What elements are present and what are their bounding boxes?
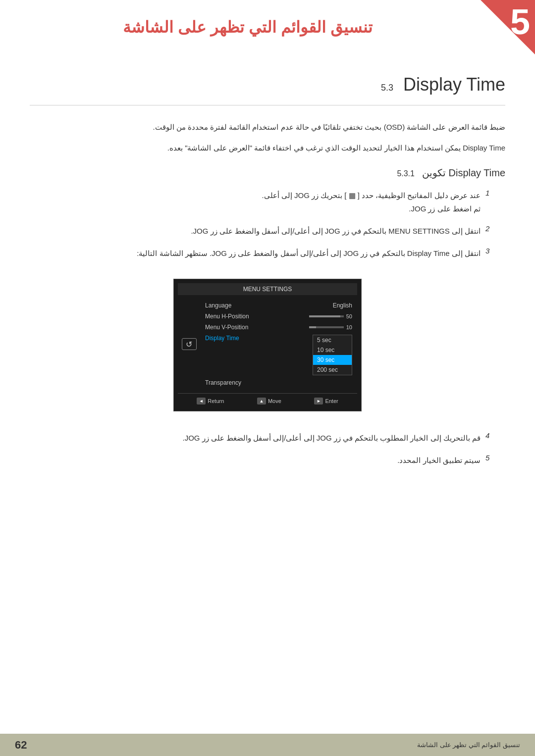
footer-enter: ► Enter bbox=[314, 398, 338, 404]
footer-page-number: 62 bbox=[15, 739, 27, 752]
chapter-number: 5 bbox=[510, 4, 530, 40]
intro-line2: Display Time يمكن استخدام هذا الخيار لتح… bbox=[30, 141, 505, 154]
step-2: 2 انتقل إلى MENU SETTINGS بالتحكم في زر … bbox=[30, 224, 505, 238]
menu-title: MENU SETTINGS bbox=[178, 283, 357, 295]
section-title: Display Time bbox=[403, 74, 505, 95]
step-3: 3 انتقل إلى Display Time بالتحكم في زر J… bbox=[30, 247, 505, 260]
subsection-title: تكوين Display Time bbox=[422, 167, 505, 179]
menu-icon-box: ↺ bbox=[182, 338, 197, 350]
footer-return: ◄ Return bbox=[197, 398, 224, 404]
h-position-slider: 50 bbox=[309, 313, 352, 320]
dropdown-200sec: 200 sec bbox=[313, 365, 352, 375]
step-4: 4 قم بالتحريك إلى الخيار المطلوب بالتحكم… bbox=[30, 431, 505, 445]
step-text-3: انتقل إلى Display Time بالتحكم في زر JOG… bbox=[30, 247, 481, 260]
step-number-4: 4 bbox=[485, 431, 505, 440]
menu-icon-symbol: ↺ bbox=[186, 340, 192, 349]
subsection-number: 5.3.1 bbox=[397, 169, 415, 178]
menu-sidebar: ↺ bbox=[178, 298, 200, 391]
chapter-title: تنسيق القوائم التي تظهر على الشاشة bbox=[103, 18, 431, 37]
step-text-1: عند عرض دليل المفاتيح الوظيفية، حدد [ ▦ … bbox=[30, 189, 481, 215]
menu-item-h-position: Menu H-Position 50 bbox=[200, 311, 357, 322]
step-number-2: 2 bbox=[485, 224, 505, 233]
dropdown-10sec: 10 sec bbox=[313, 345, 352, 355]
menu-item-v-position: Menu V-Position 10 bbox=[200, 322, 357, 333]
step-number-1: 1 bbox=[485, 189, 505, 197]
step-text-2: انتقل إلى MENU SETTINGS بالتحكم في زر JO… bbox=[30, 224, 481, 238]
step-number-5: 5 bbox=[485, 454, 505, 462]
section-number: 5.3 bbox=[381, 83, 393, 93]
dropdown-30sec: 30 sec bbox=[313, 355, 352, 365]
menu-item-transparency: Transparency bbox=[200, 377, 357, 388]
v-position-slider: 10 bbox=[309, 324, 352, 331]
step-text-4: قم بالتحريك إلى الخيار المطلوب بالتحكم ف… bbox=[30, 431, 481, 445]
subsection-heading: 5.3.1 تكوين Display Time bbox=[30, 167, 505, 179]
menu-body: ↺ Language English Menu H-Position bbox=[178, 298, 357, 391]
step-number-3: 3 bbox=[485, 247, 505, 255]
dropdown-5sec: 5 sec bbox=[313, 335, 352, 345]
step-1: 1 عند عرض دليل المفاتيح الوظيفية، حدد [ … bbox=[30, 189, 505, 215]
menu-screenshot: MENU SETTINGS ↺ Language English bbox=[173, 279, 362, 411]
main-content: ضبط قائمة العرض على الشاشة (OSD) بحيث تخ… bbox=[0, 120, 535, 467]
chapter-header: تنسيق القوائم التي تظهر على الشاشة 5 bbox=[0, 0, 535, 54]
menu-item-display-time: Display Time 5 sec 10 sec 30 sec 200 sec bbox=[200, 333, 357, 377]
display-time-dropdown: 5 sec 10 sec 30 sec 200 sec bbox=[313, 335, 352, 375]
section-divider bbox=[30, 105, 505, 105]
section-heading: 5.3 Display Time bbox=[0, 54, 535, 105]
intro-line1: ضبط قائمة العرض على الشاشة (OSD) بحيث تخ… bbox=[30, 120, 505, 134]
footer-page-title: تنسيق القوائم التي تظهر على الشاشة bbox=[417, 741, 520, 749]
menu-items-list: Language English Menu H-Position 50 bbox=[200, 298, 357, 391]
footer-move: ▲ Move bbox=[257, 398, 281, 404]
menu-screenshot-container: MENU SETTINGS ↺ Language English bbox=[30, 269, 505, 421]
menu-item-language: Language English bbox=[200, 300, 357, 311]
step-5: 5 سيتم تطبيق الخيار المحدد. bbox=[30, 454, 505, 467]
page-footer: تنسيق القوائم التي تظهر على الشاشة 62 bbox=[0, 734, 535, 756]
step-text-5: سيتم تطبيق الخيار المحدد. bbox=[30, 454, 481, 467]
steps-container: 1 عند عرض دليل المفاتيح الوظيفية، حدد [ … bbox=[30, 189, 505, 467]
menu-footer: ◄ Return ▲ Move ► Enter bbox=[178, 393, 357, 407]
